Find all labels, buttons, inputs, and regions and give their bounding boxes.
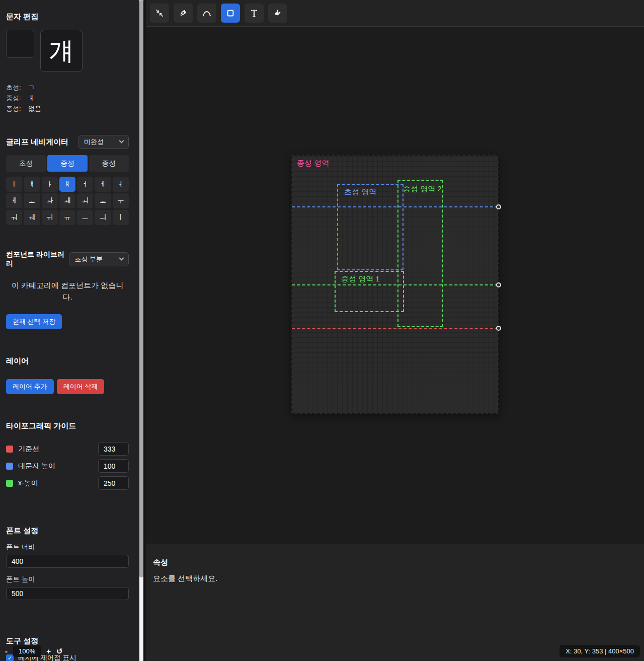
guide-value-input[interactable] [98, 476, 129, 490]
glyph-filter-value: 미완성 [84, 137, 104, 146]
jamo-button[interactable]: ㅏ [6, 177, 22, 192]
tab-jungseong[interactable]: 중성 [47, 155, 87, 172]
tab-jongseong[interactable]: 종성 [89, 155, 129, 172]
font-settings-section: 폰트 설정 폰트 너비 폰트 높이 [6, 526, 129, 600]
text-tool[interactable] [245, 4, 264, 23]
jungseong-region-1-rect[interactable]: 중성 영역 1 [335, 271, 404, 312]
component-empty-message: 이 카테고리에 컴포넌트가 없습니다. [9, 279, 126, 303]
jamo-info-label: 초성: [6, 83, 28, 92]
tab-choseong[interactable]: 초성 [6, 155, 46, 172]
choseong-region-label: 초성 영역 [344, 187, 376, 197]
jamo-button[interactable]: ㅐ [24, 177, 40, 192]
jamo-button[interactable]: ㅕ [113, 177, 129, 192]
jamo-button[interactable]: ㅘ [42, 193, 58, 208]
jamo-button[interactable]: ㅙ [59, 193, 75, 208]
zoom-out-button[interactable]: - [5, 647, 8, 655]
tool-settings-title: 도구 설정 [6, 636, 129, 646]
jamo-button[interactable]: ㅗ [24, 193, 40, 208]
save-selection-button[interactable]: 현재 선택 저장 [6, 314, 62, 329]
layers-title: 레이어 [6, 356, 129, 366]
jamo-type-tabs: 초성중성종성 [6, 155, 129, 172]
jamo-button[interactable]: ㅢ [95, 210, 111, 225]
jamo-info: 초성:ㄱ중성:ㅒ종성:없음 [6, 82, 129, 114]
jamo-grid: ㅏㅐㅑㅒㅓㅔㅕㅖㅗㅘㅙㅚㅛㅜㅝㅞㅟㅠㅡㅢㅣ [6, 177, 129, 225]
jamo-button[interactable]: ㅜ [113, 193, 129, 208]
jungseong-region-2-label: 중성 영역 2 [403, 184, 442, 194]
properties-empty-text: 요소를 선택하세요. [153, 574, 637, 583]
cursor-status-badge: X: 30, Y: 353 | 400×500 [559, 645, 640, 657]
guide-color-swatch [6, 480, 13, 487]
chevron-down-icon [119, 138, 124, 143]
guide-label: 기준선 [18, 445, 98, 454]
jamo-button[interactable]: ㅝ [6, 210, 22, 225]
component-category-dropdown[interactable]: 초성 부분 [69, 252, 129, 266]
properties-title: 속성 [153, 558, 637, 567]
zoom-in-button[interactable]: + [46, 647, 51, 655]
glyph-navigator-section: 글리프 네비게이터 미완성 초성중성종성 ㅏㅐㅑㅒㅓㅔㅕㅖㅗㅘㅙㅚㅛㅜㅝㅞㅟㅠㅡ… [6, 135, 129, 225]
guide-rows: 기준선대문자 높이x-높이 [6, 442, 129, 490]
zoom-reset-icon[interactable]: ↺ [56, 647, 63, 656]
font-width-input[interactable] [6, 555, 129, 568]
cap-height-guide-handle[interactable] [496, 204, 501, 209]
jamo-info-row: 종성:없음 [6, 103, 129, 114]
guide-row: 대문자 높이 [6, 459, 129, 473]
guide-label: x-높이 [18, 479, 98, 488]
add-layer-button[interactable]: 레이어 추가 [6, 379, 54, 394]
jungseong-region-2-rect[interactable]: 중성 영역 2 [397, 180, 443, 327]
jamo-button[interactable]: ㅞ [24, 210, 40, 225]
zoom-level-value: 100% [13, 645, 41, 657]
choseong-region-rect[interactable]: 초성 영역 [337, 184, 404, 270]
jamo-button[interactable]: ㅟ [42, 210, 58, 225]
font-width-label: 폰트 너비 [6, 543, 129, 552]
jamo-info-value: 없음 [28, 104, 41, 113]
font-height-input[interactable] [6, 587, 129, 600]
baseline-guide-handle[interactable] [496, 326, 501, 331]
jamo-button[interactable]: ㅑ [42, 177, 58, 192]
font-settings-title: 폰트 설정 [6, 526, 129, 536]
baseline-guide[interactable] [292, 328, 498, 329]
sidebar-scrollbar-thumb[interactable] [139, 0, 143, 577]
guide-label: 대문자 높이 [18, 462, 98, 471]
char-input[interactable] [6, 30, 34, 58]
rect-tool[interactable] [221, 4, 240, 23]
jamo-info-row: 초성:ㄱ [6, 82, 129, 93]
jungseong-region-1-label: 중성 영역 1 [341, 274, 380, 284]
glyph-filter-dropdown[interactable]: 미완성 [78, 135, 129, 149]
properties-panel: 속성 요소를 선택하세요. [146, 544, 644, 661]
jamo-button[interactable]: ㅒ [59, 177, 75, 192]
component-library-title: 컴포넌트 라이브러리 [6, 250, 69, 268]
guide-row: x-높이 [6, 476, 129, 490]
sidebar-scrollbar[interactable] [139, 0, 143, 661]
pen-tool[interactable] [174, 4, 193, 23]
zoom-control: - 100% + ↺ [5, 645, 63, 657]
glyph-navigator-title: 글리프 네비게이터 [6, 137, 68, 147]
chevron-down-icon [119, 255, 124, 260]
x-height-guide-handle[interactable] [496, 282, 501, 287]
jamo-info-value: ㅒ [28, 94, 35, 103]
guide-value-input[interactable] [98, 459, 129, 473]
delete-layer-button[interactable]: 레이어 삭제 [57, 379, 105, 394]
jamo-button[interactable]: ㅖ [6, 193, 22, 208]
jamo-button[interactable]: ㅚ [77, 193, 93, 208]
char-edit-row: 걔 [6, 30, 129, 72]
jamo-button[interactable]: ㅡ [77, 210, 93, 225]
typographic-guides-title: 타이포그래픽 가이드 [6, 421, 129, 431]
typographic-guides-section: 타이포그래픽 가이드 기준선대문자 높이x-높이 [6, 421, 129, 490]
main-area: 종성 영역 초성 영역 중성 영역 2 중성 영역 1 [146, 0, 644, 661]
jamo-button[interactable]: ㅔ [95, 177, 111, 192]
toolbar [146, 0, 644, 27]
jamo-button[interactable]: ㅛ [95, 193, 111, 208]
curve-tool[interactable] [197, 4, 216, 23]
font-height-label: 폰트 높이 [6, 575, 129, 584]
jamo-button[interactable]: ㅣ [113, 210, 129, 225]
select-tool[interactable] [150, 4, 169, 23]
guide-color-swatch [6, 446, 13, 453]
glyph-canvas[interactable]: 종성 영역 초성 영역 중성 영역 2 중성 영역 1 [291, 155, 499, 414]
jamo-info-row: 중성:ㅒ [6, 93, 129, 103]
hand-tool[interactable] [268, 4, 287, 23]
guide-value-input[interactable] [98, 442, 129, 456]
component-category-value: 초성 부분 [74, 255, 103, 264]
jamo-info-label: 중성: [6, 94, 28, 103]
jamo-button[interactable]: ㅠ [59, 210, 75, 225]
jamo-button[interactable]: ㅓ [77, 177, 93, 192]
